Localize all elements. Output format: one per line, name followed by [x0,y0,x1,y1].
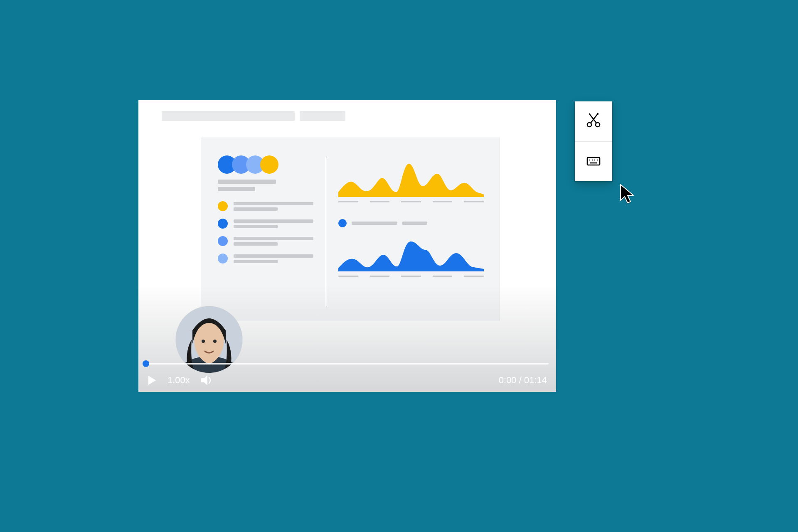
header-dots [218,155,313,174]
chart-yellow [338,155,484,197]
legend-item [218,236,313,246]
play-button[interactable] [148,375,157,385]
trim-button[interactable] [575,101,612,141]
mouse-cursor-icon [619,184,637,205]
legend-item [218,219,313,229]
legend-item [218,201,313,211]
presentation-slide [201,138,500,320]
playback-speed[interactable]: 1.00x [167,375,190,386]
chart-axis-ticks [338,201,484,202]
legend-item [218,254,313,264]
title-placeholder [162,111,345,121]
tool-panel [575,101,612,181]
keyboard-icon [585,153,602,171]
svg-point-2 [202,340,205,343]
progress-knob[interactable] [143,360,149,367]
video-player: 1.00x 0:00 / 01:14 [138,100,556,392]
volume-button[interactable] [201,375,213,386]
svg-rect-9 [587,158,600,165]
slide-legend [218,201,313,264]
chart-axis-ticks [338,276,484,277]
svg-line-6 [591,114,598,123]
slide-left-column [218,155,313,271]
svg-line-7 [589,114,596,123]
chart-blue-legend [338,219,484,227]
slide-right-column [338,155,484,277]
transcript-button[interactable] [575,141,612,181]
time-display: 0:00 / 01:14 [499,375,547,386]
svg-point-8 [597,113,598,115]
playback-controls: 1.00x 0:00 / 01:14 [138,369,556,392]
scissors-icon [585,112,602,131]
chart-blue [338,234,484,271]
slide-divider [326,157,326,307]
svg-point-3 [213,340,217,343]
progress-bar[interactable] [146,363,549,365]
